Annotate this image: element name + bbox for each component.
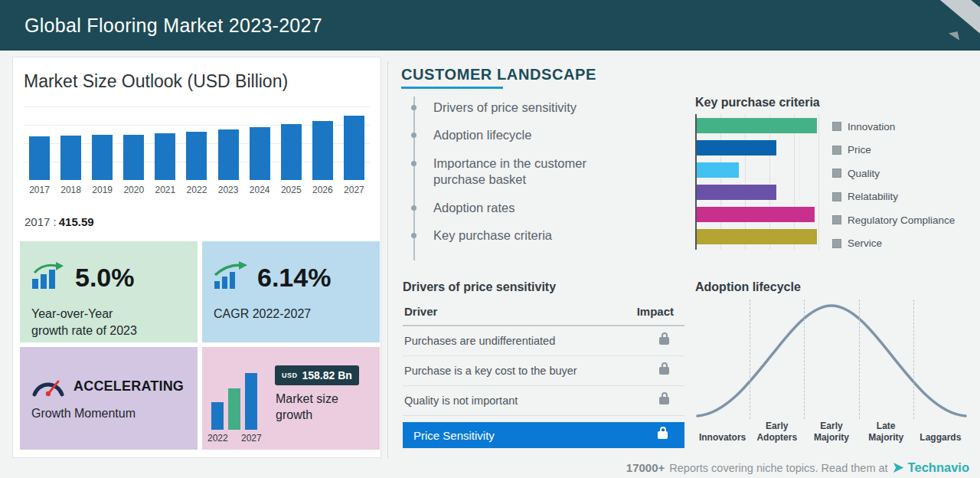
- kpc-row-price: [697, 140, 821, 156]
- bar-column-2017: [24, 106, 55, 180]
- x-tick-2021: 2021: [149, 185, 181, 195]
- legend-label: Quality: [848, 168, 880, 179]
- lock-icon: [659, 337, 669, 345]
- series-marker-icon: [832, 192, 841, 201]
- technavio-arrow-icon: [893, 462, 904, 473]
- page-title: Global Flooring Market 2023-2027: [24, 15, 322, 37]
- x-tick-2018: 2018: [55, 185, 87, 195]
- market-size-title: Market Size Outlook (USD Billion): [24, 71, 288, 92]
- price-sensitivity-highlight-row: Price Sensitivity: [403, 422, 684, 448]
- growth-amount: 158.82 Bn: [302, 369, 352, 381]
- driver-label: Purchases are undifferentiated: [404, 335, 555, 347]
- x-tick-2027: 2027: [338, 185, 370, 195]
- x-tick-2017: 2017: [24, 185, 55, 195]
- kpc-row-regulatory-compliance: [697, 207, 821, 222]
- price-sensitivity-title: Drivers of price sensitivity: [403, 280, 556, 294]
- base-year-label: 2017 :: [24, 215, 57, 228]
- bar-column-2019: [87, 106, 118, 180]
- x-tick-2022: 2022: [181, 185, 212, 195]
- adoption-lifecycle-title: Adoption lifecycle: [695, 280, 801, 294]
- bar-column-2020: [118, 106, 149, 180]
- bar-2020: [123, 135, 144, 180]
- infographic: Global Flooring Market 2023-2027 Market …: [0, 0, 980, 478]
- momentum-value: ACCELERATING: [74, 378, 184, 395]
- landscape-item-key-purchase-criteria: Key purchase criteria: [433, 228, 631, 244]
- mini-bar-2022: [211, 402, 224, 430]
- growth-amount-badge: USD 158.82 Bn: [275, 365, 359, 385]
- growth-desc: Market size growth: [276, 391, 360, 424]
- cagr-value: 6.14%: [257, 263, 331, 293]
- market-size-outlook-panel: Market Size Outlook (USD Billion) 201720…: [12, 57, 381, 458]
- technavio-logo[interactable]: Technavio: [893, 460, 969, 475]
- stage-divider: [913, 300, 914, 419]
- lock-icon: [659, 397, 669, 404]
- x-tick-2025: 2025: [276, 185, 307, 195]
- momentum-desc: Growth Momentum: [31, 405, 136, 422]
- series-marker-icon: [832, 239, 841, 248]
- series-marker-icon: [832, 169, 841, 178]
- bar-2024: [250, 127, 270, 180]
- bar-2023: [218, 129, 239, 180]
- stage-label-late-majority: Late Majority: [859, 421, 913, 444]
- landscape-item-adoption-rates: Adoption rates: [433, 200, 631, 216]
- bar-column-2021: [149, 106, 181, 180]
- stage-label-laggards: Laggards: [913, 432, 968, 444]
- bar-2027: [344, 116, 364, 180]
- legend-item-innovation: Innovation: [832, 115, 955, 139]
- series-marker-icon: [832, 215, 841, 224]
- highlight-label: Price Sensitivity: [413, 429, 495, 442]
- report-count: 17000+: [626, 461, 665, 474]
- column-header-driver: Driver: [404, 305, 437, 318]
- driver-label: Purchase is a key cost to the buyer: [404, 365, 577, 377]
- bar-2022: [186, 132, 207, 180]
- cagr-card: 6.14% CAGR 2022-2027: [202, 241, 380, 342]
- cagr-desc: CAGR 2022-2027: [214, 306, 311, 322]
- driver-label: Quality is not important: [404, 395, 518, 407]
- section-divider: [387, 61, 388, 458]
- growth-trend-arrow-icon: [213, 261, 248, 293]
- legend-label: Relatability: [848, 191, 898, 202]
- x-tick-2024: 2024: [244, 185, 276, 195]
- mini-bar-2027: [245, 373, 257, 430]
- kpc-row-relatability: [697, 185, 821, 200]
- yoy-desc-line1: Year-over-Year: [31, 307, 113, 320]
- growth-momentum-card: ACCELERATING Growth Momentum: [20, 347, 198, 450]
- kpc-bar-quality: [697, 162, 739, 178]
- bar-column-2027: [338, 106, 370, 180]
- cagr-card-top: 6.14%: [213, 261, 331, 293]
- kpc-row-service: [697, 229, 821, 244]
- mini-bar-mid: [228, 388, 240, 430]
- header-bar: Global Flooring Market 2023-2027: [0, 0, 980, 51]
- mini-chart-year-start: 2022: [207, 433, 228, 444]
- bell-curve: [695, 298, 968, 419]
- landscape-item-importance-in-the-customer-purchase-basket: Importance in the customer purchase bask…: [433, 156, 631, 188]
- bar-column-2018: [55, 106, 87, 180]
- lock-icon: [658, 431, 668, 439]
- legend-item-price: Price: [832, 139, 955, 162]
- base-year-note: 2017 :415.59: [24, 215, 94, 228]
- key-purchase-criteria-chart: [695, 114, 821, 250]
- kpc-bar-price: [697, 140, 776, 156]
- mini-bar-chart-icon: [211, 372, 262, 430]
- legend-label: Innovation: [848, 121, 895, 133]
- brand-name: Technavio: [908, 460, 969, 475]
- footer-text: Reports covering niche topics. Read them…: [669, 462, 887, 474]
- x-tick-2023: 2023: [213, 185, 244, 195]
- landscape-item-drivers-of-price-sensitivity: Drivers of price sensitivity: [433, 100, 631, 116]
- adoption-lifecycle-chart: [695, 298, 968, 419]
- lock-icon: [659, 367, 669, 375]
- yoy-growth-card: 5.0% Year-over-Year growth rate of 2023: [20, 241, 198, 342]
- kpc-bar-regulatory-compliance: [697, 207, 815, 222]
- customer-landscape-list: Drivers of price sensitivityAdoption lif…: [413, 97, 631, 260]
- speedometer-icon: [31, 372, 66, 401]
- price-sensitivity-table: Driver Impact Purchases are undifferenti…: [403, 300, 684, 448]
- kpc-row-innovation: [697, 118, 821, 133]
- adoption-stage-labels: InnovatorsEarly AdoptersEarly MajorityLa…: [695, 421, 968, 444]
- legend-item-quality: Quality: [832, 162, 955, 185]
- driver-row: Purchase is a key cost to the buyer: [403, 356, 684, 386]
- mini-chart-year-end: 2027: [241, 433, 262, 444]
- bar-column-2025: [276, 106, 307, 180]
- bar-2019: [92, 135, 113, 180]
- base-year-value: 415.59: [59, 215, 94, 228]
- bar-chart-up-arrow-icon: [31, 261, 66, 293]
